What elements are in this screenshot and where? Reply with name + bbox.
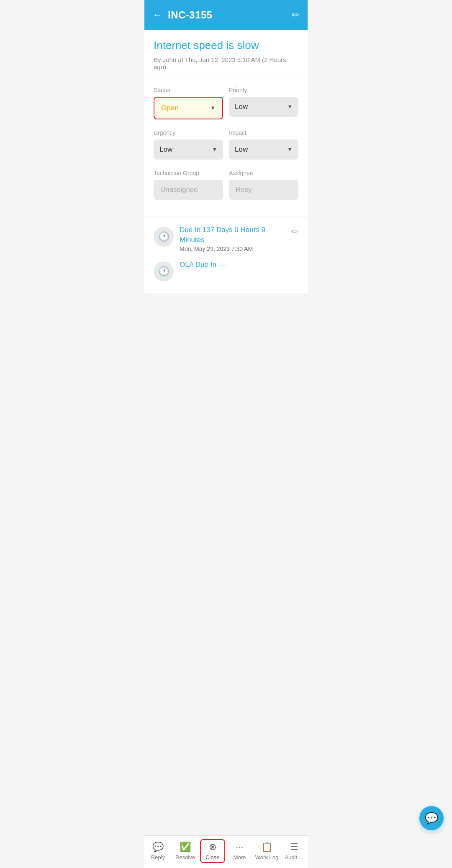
divider [144,78,308,78]
ola-primary-text: OLA Due In --- [180,260,298,270]
incident-content: Internet speed is slow By John at Thu, J… [144,30,308,217]
status-value: Open [161,104,179,112]
priority-chevron-icon: ▼ [287,103,293,110]
urgency-label: Urgency [154,129,223,136]
edit-icon[interactable]: ✏ [292,10,299,21]
status-priority-row: Status Open ▼ Priority Low ▼ [154,87,298,119]
status-chevron-icon: ▼ [210,105,216,111]
due-edit-icon[interactable]: ✏ [291,227,298,237]
due-secondary-text: Mon, May 29, 2023 7:30 AM [180,245,285,252]
urgency-value: Low [159,145,172,154]
technician-group-field: Technician Group Unassigned [154,170,223,200]
due-in-row: 🕐 Due In 137 Days 0 Hours 9 Minutes Mon,… [154,225,298,253]
priority-field: Priority Low ▼ [229,87,298,119]
assignee-label: Assignee [229,170,298,176]
impact-label: Impact [229,129,298,136]
technician-group-value[interactable]: Unassigned [154,180,223,200]
status-select[interactable]: Open ▼ [155,98,221,118]
technician-group-label: Technician Group [154,170,223,176]
impact-value: Low [235,145,248,154]
group-assignee-row: Technician Group Unassigned Assignee Ros… [154,170,298,200]
impact-field: Impact Low ▼ [229,129,298,160]
impact-chevron-icon: ▼ [287,146,293,152]
due-clock-icon: 🕐 [158,231,170,242]
incident-title: Internet speed is slow [154,39,298,53]
urgency-select[interactable]: Low ▼ [154,140,223,160]
ola-clock-icon-wrap: 🕐 [154,261,174,282]
status-label: Status [154,87,223,93]
status-wrapper: Open ▼ [154,97,223,119]
ola-due-row: 🕐 OLA Due In --- [154,260,298,282]
impact-select[interactable]: Low ▼ [229,140,298,160]
priority-value: Low [235,103,248,111]
urgency-field: Urgency Low ▼ [154,129,223,160]
assignee-value[interactable]: Rosy [229,180,298,200]
priority-label: Priority [229,87,298,93]
due-clock-icon-wrap: 🕐 [154,227,174,247]
app-header: ← INC-3155 ✏ [144,0,308,30]
status-field: Status Open ▼ [154,87,223,119]
incident-id: INC-3155 [168,9,213,21]
urgency-chevron-icon: ▼ [212,146,217,152]
bottom-spacer [144,293,308,331]
due-primary-text: Due In 137 Days 0 Hours 9 Minutes [180,225,285,245]
priority-select[interactable]: Low ▼ [229,97,298,117]
due-section: 🕐 Due In 137 Days 0 Hours 9 Minutes Mon,… [144,218,308,294]
due-text-wrap: Due In 137 Days 0 Hours 9 Minutes Mon, M… [180,225,285,253]
incident-meta: By John at Thu, Jan 12, 2023 5:10 AM (2 … [154,56,298,70]
ola-clock-icon: 🕐 [158,266,170,277]
back-button[interactable]: ← [153,10,162,21]
assignee-field: Assignee Rosy [229,170,298,200]
header-left: ← INC-3155 [153,9,213,21]
urgency-impact-row: Urgency Low ▼ Impact Low ▼ [154,129,298,160]
ola-text-wrap: OLA Due In --- [180,260,298,270]
